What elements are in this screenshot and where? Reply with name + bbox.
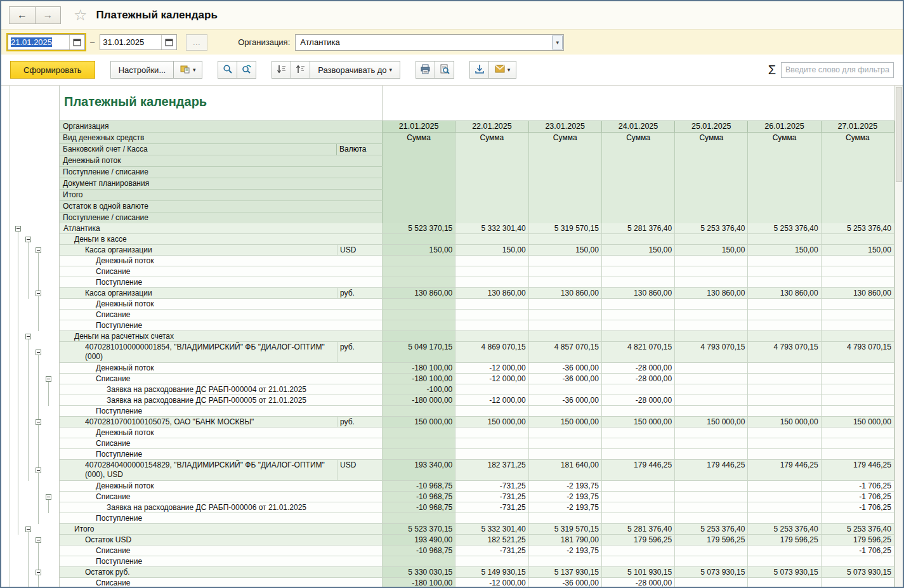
row-label[interactable]: Списание (60, 492, 337, 502)
amount-cell[interactable]: 5 523 370,15 (383, 524, 455, 535)
amount-cell[interactable]: 150 000,00 (602, 417, 675, 428)
amount-cell[interactable] (529, 320, 602, 331)
amount-cell[interactable]: -1 706,25 (822, 502, 894, 513)
currency-cell[interactable] (337, 578, 383, 587)
filter-input[interactable] (781, 62, 894, 78)
date-to-value[interactable]: 31.01.2025 (100, 36, 161, 48)
amount-cell[interactable]: -731,25 (455, 546, 528, 556)
currency-cell[interactable] (337, 567, 383, 578)
amount-cell[interactable] (748, 320, 821, 331)
amount-cell[interactable] (529, 310, 602, 320)
amount-cell[interactable]: -36 000,00 (529, 374, 602, 384)
amount-cell[interactable]: 150,00 (822, 245, 894, 256)
amount-cell[interactable]: 179 596,25 (675, 535, 748, 546)
amount-cell[interactable] (675, 310, 748, 320)
tree-expander[interactable] (25, 334, 31, 339)
amount-cell[interactable] (822, 363, 894, 374)
row-label[interactable]: Списание (60, 438, 337, 449)
amount-cell[interactable]: 4 793 070,15 (675, 342, 748, 363)
amount-cell[interactable] (675, 492, 748, 502)
currency-cell[interactable] (337, 556, 383, 567)
amount-cell[interactable]: 5 332 301,40 (455, 524, 528, 535)
amount-header[interactable]: Сумма (602, 133, 675, 144)
amount-header[interactable]: Сумма (675, 133, 748, 144)
currency-cell[interactable] (337, 535, 383, 546)
amount-cell[interactable]: -1 706,25 (822, 492, 894, 502)
amount-cell[interactable] (748, 513, 821, 524)
currency-cell[interactable] (337, 363, 383, 374)
amount-cell[interactable] (383, 438, 455, 449)
amount-cell[interactable]: -36 000,00 (529, 395, 602, 406)
amount-cell[interactable] (675, 384, 748, 395)
amount-cell[interactable]: 4 793 070,15 (822, 342, 894, 363)
amount-cell[interactable]: 181 640,00 (529, 460, 602, 481)
amount-cell[interactable] (455, 320, 528, 331)
amount-cell[interactable]: 130 860,00 (822, 288, 894, 299)
amount-cell[interactable] (602, 481, 675, 492)
currency-cell[interactable] (337, 310, 383, 320)
amount-cell[interactable]: 130 860,00 (529, 288, 602, 299)
amount-cell[interactable]: -10 968,75 (383, 546, 455, 556)
amount-cell[interactable] (383, 234, 455, 245)
currency-cell[interactable] (337, 524, 383, 535)
amount-cell[interactable]: 182 521,25 (455, 535, 528, 546)
row-label[interactable]: Поступление (60, 556, 337, 567)
amount-cell[interactable]: 150 000,00 (529, 417, 602, 428)
amount-cell[interactable]: 4 793 070,15 (748, 342, 821, 363)
report-title-cell[interactable]: Платежный календарь (60, 86, 383, 121)
amount-cell[interactable] (602, 331, 675, 342)
amount-cell[interactable]: 130 860,00 (602, 288, 675, 299)
amount-cell[interactable] (383, 310, 455, 320)
amount-cell[interactable] (748, 331, 821, 342)
amount-cell[interactable] (455, 449, 528, 460)
tree-expander[interactable] (36, 247, 41, 253)
amount-cell[interactable] (822, 266, 894, 277)
amount-cell[interactable] (748, 546, 821, 556)
date-header[interactable]: 27.01.2025 (822, 121, 894, 133)
amount-cell[interactable]: -12 000,00 (455, 363, 528, 374)
amount-cell[interactable]: 179 446,25 (602, 460, 675, 481)
date-header[interactable]: 25.01.2025 (675, 121, 748, 133)
currency-cell[interactable] (337, 320, 383, 331)
amount-cell[interactable] (455, 310, 528, 320)
amount-cell[interactable] (529, 331, 602, 342)
header-label[interactable]: Итого (60, 190, 383, 201)
row-label[interactable]: Денежный поток (60, 256, 337, 266)
amount-cell[interactable]: -180 100,00 (383, 578, 455, 587)
report-variants-button[interactable]: ▾ (173, 61, 202, 79)
amount-cell[interactable] (748, 234, 821, 245)
amount-cell[interactable] (822, 256, 894, 266)
currency-cell[interactable]: руб. (337, 417, 383, 428)
amount-cell[interactable]: 5 101 930,15 (602, 567, 675, 578)
amount-cell[interactable] (602, 406, 675, 417)
row-label[interactable]: Поступление (60, 513, 337, 524)
date-to-field[interactable]: 31.01.2025 (100, 34, 177, 50)
amount-cell[interactable] (675, 481, 748, 492)
amount-cell[interactable]: 5 281 376,40 (602, 524, 675, 535)
amount-header[interactable]: Сумма (748, 133, 821, 144)
row-label[interactable]: Поступление (60, 320, 337, 331)
amount-cell[interactable]: 130 860,00 (675, 288, 748, 299)
amount-cell[interactable] (822, 374, 894, 384)
tree-expander[interactable] (36, 467, 41, 473)
amount-cell[interactable]: 182 371,25 (455, 460, 528, 481)
amount-cell[interactable] (383, 428, 455, 438)
amount-cell[interactable] (602, 299, 675, 310)
amount-cell[interactable]: 193 490,00 (383, 535, 455, 546)
amount-cell[interactable] (822, 513, 894, 524)
amount-cell[interactable]: -180 000,00 (383, 395, 455, 406)
calendar-icon[interactable] (69, 35, 84, 49)
amount-cell[interactable] (602, 438, 675, 449)
amount-cell[interactable] (748, 363, 821, 374)
amount-cell[interactable] (748, 266, 821, 277)
amount-cell[interactable] (383, 277, 455, 288)
amount-cell[interactable] (675, 428, 748, 438)
amount-cell[interactable] (602, 492, 675, 502)
amount-cell[interactable] (675, 513, 748, 524)
amount-cell[interactable]: 150 000,00 (675, 417, 748, 428)
amount-header[interactable]: Сумма (383, 133, 455, 144)
amount-cell[interactable] (675, 438, 748, 449)
tree-expander[interactable] (36, 537, 41, 543)
amount-cell[interactable] (602, 513, 675, 524)
print-preview-button[interactable] (435, 61, 454, 79)
